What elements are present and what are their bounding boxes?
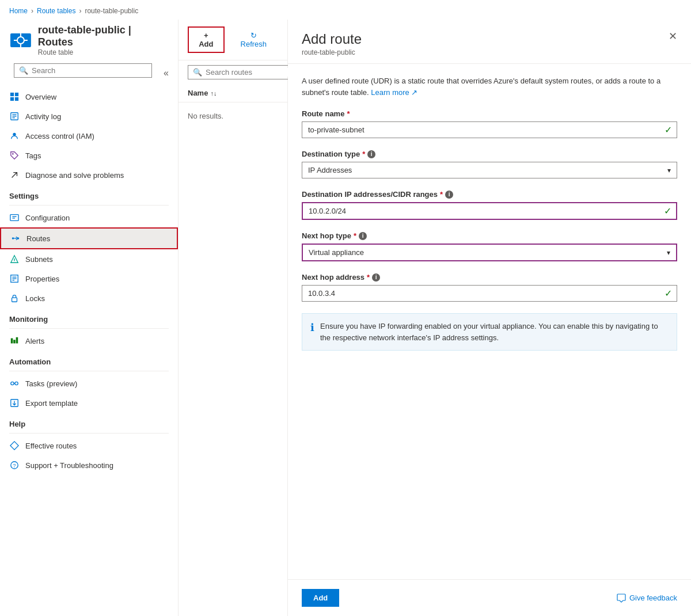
- next-hop-type-info-icon[interactable]: i: [359, 232, 367, 240]
- breadcrumb-route-tables[interactable]: Route tables: [37, 7, 75, 15]
- required-star: *: [347, 109, 350, 118]
- svg-rect-32: [13, 340, 16, 343]
- locks-icon: [9, 293, 20, 303]
- sidebar-item-label-routes: Routes: [26, 234, 50, 243]
- add-route-button[interactable]: Add: [302, 589, 339, 607]
- svg-rect-8: [10, 97, 14, 101]
- overview-icon: [9, 92, 20, 102]
- column-name: Name: [188, 89, 208, 97]
- sidebar: route-table-public | Routes Route table …: [0, 20, 179, 616]
- sidebar-item-activity-log[interactable]: Activity log: [0, 107, 178, 126]
- section-settings: Settings: [0, 185, 178, 203]
- svg-rect-16: [10, 215, 18, 221]
- sort-icon[interactable]: ↑↓: [210, 90, 217, 97]
- route-name-input-wrapper: ✓: [302, 121, 677, 138]
- sidebar-item-tasks[interactable]: Tasks (preview): [0, 374, 178, 393]
- route-name-label: Route name *: [302, 109, 677, 118]
- form-group-destination-type: Destination type * i IP Addresses Servic…: [302, 150, 677, 178]
- panel-body: A user defined route (UDR) is a static r…: [288, 64, 691, 579]
- sidebar-title: route-table-public | Routes: [38, 24, 169, 48]
- svg-rect-33: [16, 337, 18, 344]
- activity-log-icon: [9, 111, 20, 121]
- panel-title: Add route: [302, 31, 362, 47]
- sidebar-header: route-table-public | Routes Route table: [0, 20, 178, 63]
- svg-point-14: [13, 133, 16, 136]
- routes-icon: [10, 233, 21, 244]
- sidebar-item-locks[interactable]: Locks: [0, 288, 178, 308]
- next-hop-type-select[interactable]: Virtual appliance Virtual network gatewa…: [303, 245, 667, 260]
- destination-ip-input[interactable]: [303, 203, 664, 219]
- route-name-check-icon: ✓: [665, 124, 677, 135]
- tags-icon: [9, 150, 20, 161]
- sidebar-item-label-properties: Properties: [25, 275, 59, 283]
- form-group-next-hop-address: Next hop address * i ✓: [302, 273, 677, 302]
- next-hop-address-input-wrapper: ✓: [302, 285, 677, 302]
- refresh-button[interactable]: ↻ Refresh: [229, 27, 278, 52]
- breadcrumb-home[interactable]: Home: [9, 7, 28, 15]
- content-toolbar: + Add ↻ Refresh: [179, 20, 287, 60]
- sidebar-search-input[interactable]: [32, 66, 147, 75]
- export-icon: [9, 398, 20, 408]
- next-hop-address-check-icon: ✓: [665, 288, 677, 299]
- route-name-input[interactable]: [302, 122, 665, 138]
- sidebar-item-label-alerts: Alerts: [25, 337, 44, 345]
- sidebar-item-label-effective-routes: Effective routes: [25, 442, 77, 450]
- content-search[interactable]: 🔍: [179, 60, 287, 84]
- sidebar-item-label-export: Export template: [25, 399, 78, 408]
- destination-ip-info-icon[interactable]: i: [445, 191, 453, 199]
- svg-point-15: [12, 153, 14, 155]
- sidebar-item-subnets[interactable]: Subnets: [0, 249, 178, 269]
- next-hop-address-info-icon[interactable]: i: [372, 273, 380, 282]
- sidebar-item-overview[interactable]: Overview: [0, 87, 178, 107]
- section-monitoring: Monitoring: [0, 308, 178, 326]
- collapse-button[interactable]: «: [161, 68, 171, 78]
- section-automation: Automation: [0, 351, 178, 368]
- svg-rect-30: [12, 298, 17, 302]
- next-hop-address-input[interactable]: [302, 286, 665, 301]
- resource-icon: [9, 29, 32, 52]
- form-group-next-hop-type: Next hop type * i Virtual appliance Virt…: [302, 231, 677, 261]
- destination-type-info-icon[interactable]: i: [367, 150, 375, 158]
- destination-type-select[interactable]: IP Addresses Service Tag VirtualNetworkS…: [302, 162, 667, 178]
- sidebar-item-label-tags: Tags: [25, 151, 41, 160]
- breadcrumb: Home › Route tables › route-table-public: [0, 0, 691, 20]
- sidebar-item-tags[interactable]: Tags: [0, 146, 178, 165]
- learn-more-link[interactable]: Learn more ↗: [371, 88, 417, 97]
- info-box-text: Ensure you have IP forwarding enabled on…: [320, 321, 669, 343]
- sidebar-item-label-support: Support + Troubleshooting: [25, 461, 113, 470]
- subnets-icon: [9, 254, 20, 264]
- next-hop-address-label: Next hop address * i: [302, 273, 677, 282]
- sidebar-item-diagnose[interactable]: Diagnose and solve problems: [0, 165, 178, 185]
- sidebar-item-routes[interactable]: Routes: [0, 227, 178, 249]
- required-star-4: *: [354, 231, 356, 240]
- sidebar-item-iam[interactable]: Access control (IAM): [0, 126, 178, 146]
- add-button[interactable]: + Add: [188, 26, 225, 53]
- close-button[interactable]: ✕: [669, 31, 677, 41]
- form-group-route-name: Route name * ✓: [302, 109, 677, 138]
- form-group-destination-ip: Destination IP addresses/CIDR ranges * i…: [302, 190, 677, 220]
- panel-subtitle: route-table-public: [302, 48, 362, 56]
- sidebar-item-label-subnets: Subnets: [25, 255, 53, 264]
- table-header: Name ↑↓: [179, 84, 287, 102]
- next-hop-type-label: Next hop type * i: [302, 231, 677, 240]
- svg-rect-6: [10, 93, 14, 96]
- give-feedback-link[interactable]: Give feedback: [617, 594, 677, 603]
- required-star-2: *: [362, 150, 365, 158]
- svg-rect-9: [15, 97, 18, 101]
- sidebar-item-export[interactable]: Export template: [0, 393, 178, 413]
- search-icon: 🔍: [19, 66, 28, 75]
- svg-point-35: [15, 382, 18, 385]
- section-help: Help: [0, 413, 178, 431]
- sidebar-item-properties[interactable]: Properties: [0, 269, 178, 288]
- breadcrumb-current: route-table-public: [85, 7, 138, 15]
- sidebar-search[interactable]: 🔍: [14, 63, 152, 78]
- sidebar-item-configuration[interactable]: Configuration: [0, 208, 178, 227]
- panel-footer: Add Give feedback: [288, 579, 691, 616]
- sidebar-item-support[interactable]: ? Support + Troubleshooting: [0, 455, 178, 475]
- feedback-icon: [617, 594, 626, 603]
- alerts-icon: [9, 336, 20, 346]
- tasks-icon: [9, 378, 20, 389]
- sidebar-item-alerts[interactable]: Alerts: [0, 331, 178, 351]
- destination-type-label: Destination type * i: [302, 150, 677, 158]
- sidebar-item-effective-routes[interactable]: Effective routes: [0, 436, 178, 455]
